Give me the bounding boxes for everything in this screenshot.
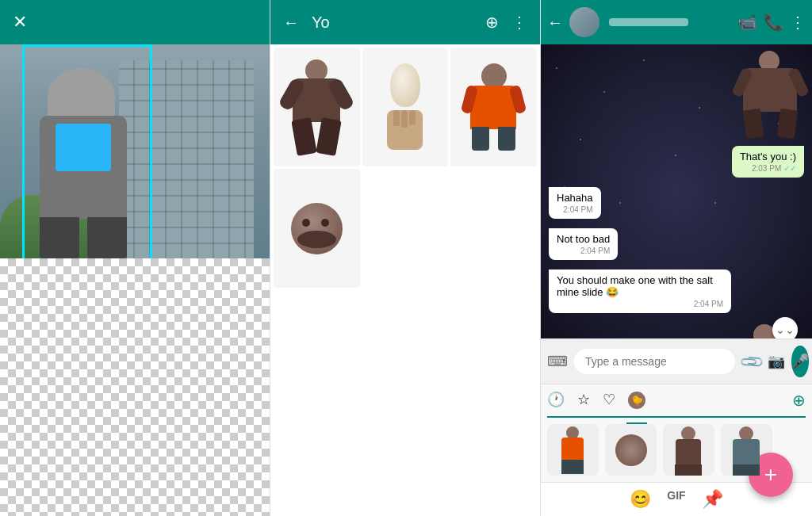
close-icon[interactable]: ✕ [13,12,27,32]
sticker-suggestion-2[interactable] [605,424,657,476]
message-salt-mine: You should make one with the salt mine s… [549,269,804,316]
photo-image [0,44,270,258]
message-time: 2:04 PM [557,300,723,308]
sticker-item-egg-hand[interactable] [362,48,449,166]
message-time: 2:03 PM ✓✓ [740,164,796,173]
more-options-icon[interactable]: ⋮ [511,13,527,32]
message-bubble-incoming-1: Hahaha 2:04 PM [549,187,601,219]
message-text: Not too bad [557,233,610,245]
avatar [569,7,599,37]
message-sticker-outgoing-top [549,51,804,138]
camera-icon[interactable]: 📷 [768,353,785,370]
message-text: Hahaha [557,192,593,204]
sticker-empty-3 [450,169,537,288]
chat-back-icon[interactable]: ← [547,13,563,32]
message-time: 2:04 PM [557,247,610,255]
add-sticker-pack-icon[interactable]: ⊕ [792,391,806,410]
scroll-down-icon: ⌄⌄ [776,323,795,336]
sticker-item-bear-dance[interactable] [274,48,360,166]
sticker-pack-panel: ← Yo ⊕ ⋮ [270,0,541,516]
mic-button[interactable]: 🎤 [791,346,809,377]
sticker-outgoing-top [737,51,804,138]
photo-editor-header: ✕ [0,0,270,44]
sticker-category-tabs: 🕐 ☆ ♡ 🐤 ⊕ [547,391,806,418]
message-bubble-incoming-2: Not too bad 2:04 PM [549,228,618,260]
sticker-suggestion-3[interactable] [663,424,714,476]
read-receipt: ✓✓ [783,164,796,173]
message-text: You should make one with the salt mine s… [557,274,713,298]
photo-editor-panel: ✕ [0,0,270,516]
back-icon[interactable]: ← [283,13,299,32]
mic-icon: 🎤 [791,353,809,370]
message-hahaha: Hahaha 2:04 PM [549,187,804,222]
sticker-pack-title: Yo [312,13,473,32]
sticker-item-face[interactable] [274,169,360,288]
message-not-too-bad: Not too bad 2:04 PM [549,228,804,263]
tab-custom-active[interactable]: 🐤 [628,391,645,418]
chat-panel: ← 📹 📞 ⋮ [541,0,812,516]
message-thats-you: That's you :) 2:03 PM ✓✓ [549,146,804,181]
emoji-button[interactable]: 😊 [630,489,651,510]
sticker-grid-container [270,44,540,516]
tab-heart[interactable]: ♡ [603,391,615,410]
sticker-suggestion-1[interactable] [547,424,599,476]
contact-name-bar [609,18,688,26]
gif-button[interactable]: GIF [667,489,685,510]
tab-recent[interactable]: 🕐 [547,391,565,410]
chat-header: ← 📹 📞 ⋮ [541,0,812,44]
scroll-down-indicator[interactable]: ⌄⌄ [772,317,798,338]
chat-input-bar: ⌨ 📎 📷 🎤 [541,338,812,384]
message-input[interactable] [574,349,735,374]
keyboard-icon[interactable]: ⌨ [547,353,568,370]
chat-messages-area: That's you :) 2:03 PM ✓✓ Hahaha 2:04 PM … [541,44,812,338]
tab-favorites[interactable]: ☆ [577,391,590,410]
whatsapp-header-icon: ⊕ [485,13,499,32]
messages-list: That's you :) 2:03 PM ✓✓ Hahaha 2:04 PM … [549,51,804,338]
message-sticker-big: 2:08 PM ✓✓ ⌄⌄ [549,324,804,338]
sticker-empty-2 [362,169,449,288]
message-bubble-outgoing: That's you :) 2:03 PM ✓✓ [732,146,804,178]
message-text: That's you :) [740,151,796,162]
sticker-item-tshirt-guy[interactable] [450,48,537,166]
video-call-icon[interactable]: 📹 [737,13,757,32]
transparent-area [0,258,270,516]
chat-more-options-icon[interactable]: ⋮ [790,13,806,32]
mini-sticker-fig-1 [555,426,591,474]
mini-sticker-hoodie-fig [729,426,764,474]
mini-sticker-face [615,434,647,466]
chat-contact-info[interactable] [606,18,731,26]
sticker-row-1 [274,48,537,166]
voice-call-icon[interactable]: 📞 [764,13,783,32]
mini-sticker-big-fig [671,426,707,474]
message-time: 2:04 PM [557,205,593,214]
message-bubble-incoming-3: You should make one with the salt mine s… [549,269,731,313]
sticker-row-2 [274,169,537,288]
attachment-icon[interactable]: 📎 [737,348,765,376]
sticker-button[interactable]: 📌 [702,489,723,510]
sticker-pack-header: ← Yo ⊕ ⋮ [270,0,540,44]
